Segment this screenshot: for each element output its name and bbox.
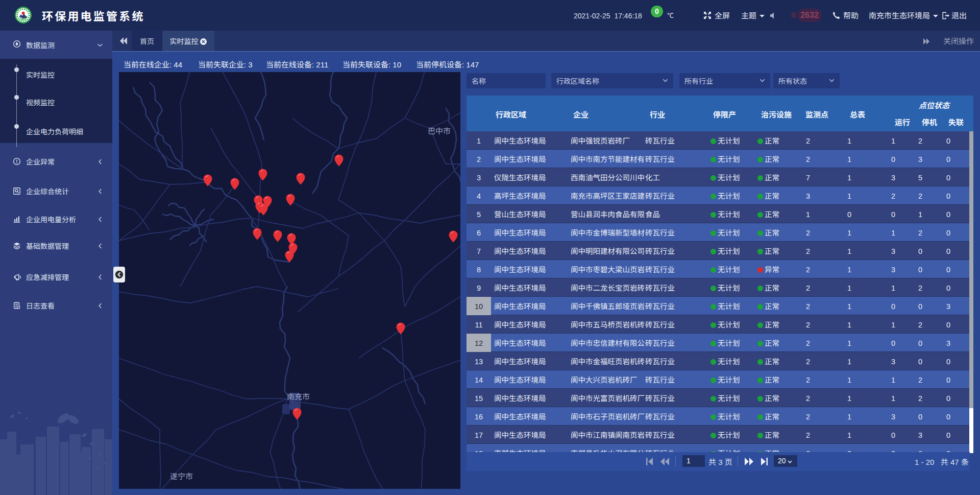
svg-text:遂宁市: 遂宁市 [170, 470, 193, 481]
